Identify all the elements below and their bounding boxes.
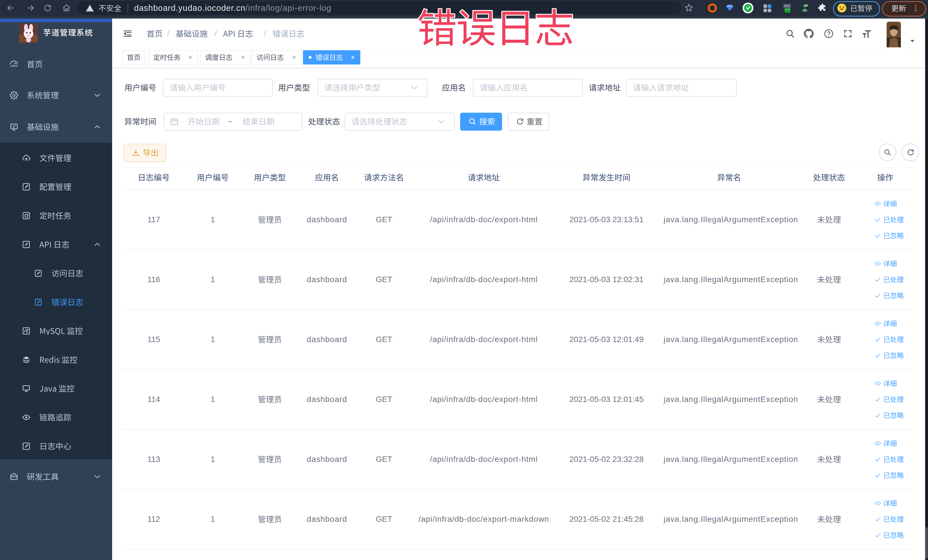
svg-text:on: on — [786, 9, 789, 12]
